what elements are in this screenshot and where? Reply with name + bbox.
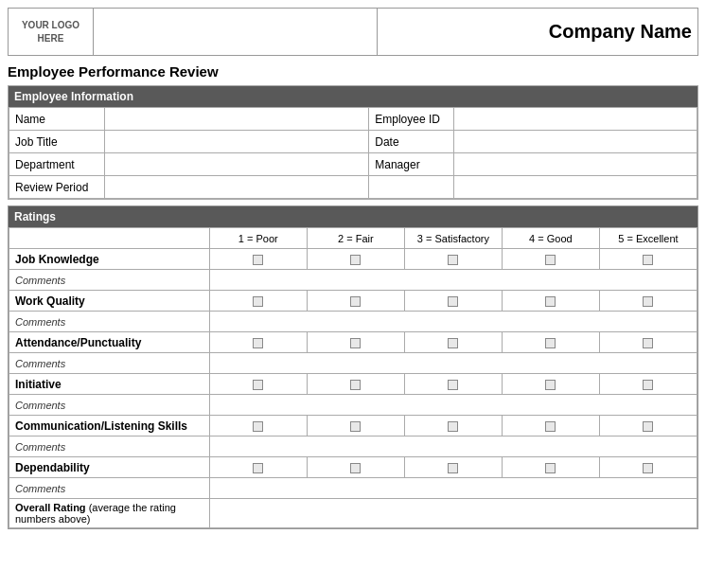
comments-wq-value[interactable] xyxy=(209,312,697,332)
manager-label: Manager xyxy=(369,153,453,176)
ratings-section: Ratings 1 = Poor 2 = Fair 3 = Satisfacto… xyxy=(8,205,698,529)
table-row: Comments xyxy=(9,270,697,291)
checkbox-cl-2[interactable] xyxy=(307,416,404,437)
checkbox-jk-3[interactable] xyxy=(404,249,502,270)
checkbox-in-2[interactable] xyxy=(307,374,404,395)
table-row: Comments xyxy=(9,395,697,416)
checkbox-wq-3[interactable] xyxy=(404,291,502,312)
review-period-row: Review Period xyxy=(9,176,697,199)
checkbox-wq-4[interactable] xyxy=(502,291,599,312)
checkbox-ap-2[interactable] xyxy=(307,332,404,353)
col-header-label xyxy=(9,228,210,249)
table-row: Dependability xyxy=(9,457,697,478)
table-row: Initiative xyxy=(9,374,697,395)
employee-info-table: Name Employee ID Job Title Date Departme… xyxy=(9,107,697,199)
comments-jk-value[interactable] xyxy=(209,270,697,291)
ratings-table: 1 = Poor 2 = Fair 3 = Satisfactory 4 = G… xyxy=(9,227,697,528)
overall-rating-value[interactable] xyxy=(209,499,697,528)
col-header-3: 3 = Satisfactory xyxy=(404,228,502,249)
logo-text: YOUR LOGO HERE xyxy=(22,20,79,44)
employee-info-header: Employee Information xyxy=(9,86,697,107)
checkbox-ap-3[interactable] xyxy=(404,332,502,353)
checkbox-wq-1[interactable] xyxy=(209,291,307,312)
table-row: Comments xyxy=(9,312,697,332)
checkbox-dep-1[interactable] xyxy=(209,457,307,478)
comments-ap-value[interactable] xyxy=(209,353,697,374)
job-title-value[interactable] xyxy=(104,131,369,153)
comments-wq: Comments xyxy=(9,312,210,332)
table-row: Job Knowledge xyxy=(9,249,697,270)
checkbox-in-1[interactable] xyxy=(209,374,307,395)
checkbox-cl-5[interactable] xyxy=(599,416,697,437)
header-middle xyxy=(94,9,378,56)
checkbox-jk-4[interactable] xyxy=(502,249,599,270)
col-header-4: 4 = Good xyxy=(502,228,599,249)
table-row: Work Quality xyxy=(9,291,697,312)
job-title-row: Job Title Date xyxy=(9,131,697,153)
ratings-header: Ratings xyxy=(9,206,697,227)
category-initiative: Initiative xyxy=(9,374,210,395)
name-value[interactable] xyxy=(104,108,369,131)
table-row: Comments xyxy=(9,353,697,374)
checkbox-dep-5[interactable] xyxy=(599,457,697,478)
checkbox-cl-4[interactable] xyxy=(502,416,599,437)
review-period-value[interactable] xyxy=(104,176,369,199)
checkbox-ap-4[interactable] xyxy=(502,332,599,353)
page-title: Employee Performance Review xyxy=(8,63,698,80)
manager-value[interactable] xyxy=(453,153,697,176)
checkbox-jk-1[interactable] xyxy=(209,249,307,270)
date-label: Date xyxy=(369,131,453,153)
checkbox-ap-1[interactable] xyxy=(209,332,307,353)
checkbox-ap-5[interactable] xyxy=(599,332,697,353)
col-header-5: 5 = Excellent xyxy=(599,228,697,249)
overall-rating-label: Overall Rating (average the rating numbe… xyxy=(9,499,210,528)
checkbox-dep-3[interactable] xyxy=(404,457,502,478)
category-attendance: Attendance/Punctuality xyxy=(9,332,210,353)
checkbox-dep-4[interactable] xyxy=(502,457,599,478)
overall-rating-row: Overall Rating (average the rating numbe… xyxy=(9,499,697,528)
category-work-quality: Work Quality xyxy=(9,291,210,312)
department-value[interactable] xyxy=(104,153,369,176)
checkbox-cl-1[interactable] xyxy=(209,416,307,437)
comments-in: Comments xyxy=(9,395,210,416)
table-row: Comments xyxy=(9,437,697,457)
job-title-label: Job Title xyxy=(9,131,105,153)
comments-cl: Comments xyxy=(9,437,210,457)
checkbox-wq-2[interactable] xyxy=(307,291,404,312)
name-label: Name xyxy=(9,108,105,131)
category-dependability: Dependability xyxy=(9,457,210,478)
review-period-empty-value xyxy=(453,176,697,199)
checkbox-jk-5[interactable] xyxy=(599,249,697,270)
checkbox-cl-3[interactable] xyxy=(404,416,502,437)
table-row: Comments xyxy=(9,478,697,499)
header-table: YOUR LOGO HERE Company Name xyxy=(8,8,698,56)
col-header-1: 1 = Poor xyxy=(209,228,307,249)
checkbox-in-5[interactable] xyxy=(599,374,697,395)
checkbox-in-4[interactable] xyxy=(502,374,599,395)
comments-dep-value[interactable] xyxy=(209,478,697,499)
checkbox-in-3[interactable] xyxy=(404,374,502,395)
comments-dep: Comments xyxy=(9,478,210,499)
review-period-label: Review Period xyxy=(9,176,105,199)
department-row: Department Manager xyxy=(9,153,697,176)
date-value[interactable] xyxy=(453,131,697,153)
col-header-2: 2 = Fair xyxy=(307,228,404,249)
checkbox-wq-5[interactable] xyxy=(599,291,697,312)
category-communication: Communication/Listening Skills xyxy=(9,416,210,437)
employee-id-value[interactable] xyxy=(453,108,697,131)
comments-in-value[interactable] xyxy=(209,395,697,416)
comments-jk: Comments xyxy=(9,270,210,291)
checkbox-jk-2[interactable] xyxy=(307,249,404,270)
name-row: Name Employee ID xyxy=(9,108,697,131)
ratings-header-row: 1 = Poor 2 = Fair 3 = Satisfactory 4 = G… xyxy=(9,228,697,249)
company-name: Company Name xyxy=(378,9,698,56)
logo-cell: YOUR LOGO HERE xyxy=(9,9,94,56)
table-row: Attendance/Punctuality xyxy=(9,332,697,353)
comments-cl-value[interactable] xyxy=(209,437,697,457)
table-row: Communication/Listening Skills xyxy=(9,416,697,437)
review-period-empty-label xyxy=(369,176,453,199)
checkbox-dep-2[interactable] xyxy=(307,457,404,478)
department-label: Department xyxy=(9,153,105,176)
category-job-knowledge: Job Knowledge xyxy=(9,249,210,270)
employee-id-label: Employee ID xyxy=(369,108,453,131)
